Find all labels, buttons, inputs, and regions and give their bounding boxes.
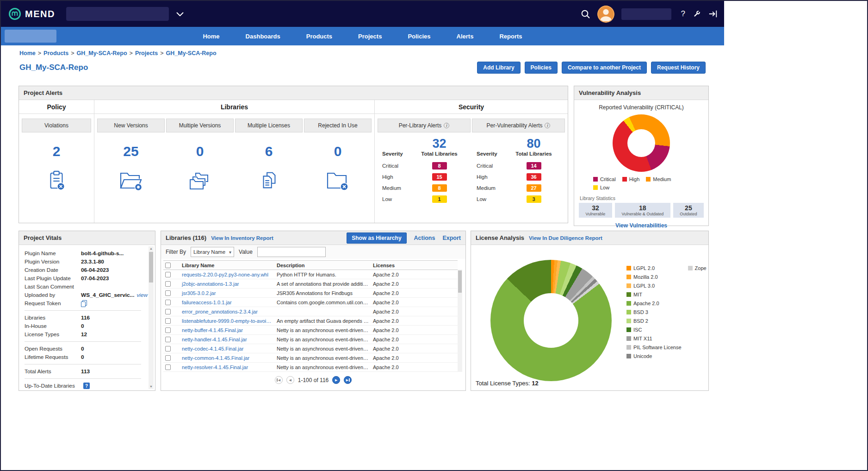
library-row[interactable]: jsr305-3.0.2.jar JSR305 Annotations for … <box>163 289 458 298</box>
row-checkbox[interactable] <box>165 318 171 324</box>
scroll-up-icon[interactable]: ▲ <box>149 246 154 251</box>
nav-item[interactable]: Dashboards <box>246 33 280 40</box>
breadcrumb-link-product[interactable]: GH_My-SCA-Repo <box>77 50 127 57</box>
library-name-link[interactable]: requests-2.20.0-py2.py3-none-any.whl <box>180 270 275 279</box>
settings-wrench-icon[interactable] <box>692 9 701 19</box>
library-row[interactable]: requests-2.20.0-py2.py3-none-any.whl Pyt… <box>163 270 458 279</box>
severity-count-badge: 3 <box>527 195 541 203</box>
row-checkbox[interactable] <box>165 355 171 361</box>
library-row[interactable]: netty-buffer-4.1.45.Final.jar Netty is a… <box>163 326 458 335</box>
legend-item: MIT X11 <box>626 336 682 341</box>
row-checkbox[interactable] <box>165 272 171 277</box>
breadcrumb-link-home[interactable]: Home <box>19 50 36 57</box>
column-header: New Versions <box>97 119 165 132</box>
library-row[interactable]: netty-handler-4.1.45.Final.jar Netty is … <box>163 335 458 344</box>
info-icon[interactable]: i <box>444 123 449 128</box>
row-checkbox[interactable] <box>165 364 171 370</box>
view-due-diligence-link[interactable]: View In Due Diligence Report <box>529 235 602 241</box>
column-header: Multiple Versions <box>166 119 234 132</box>
table-scrollbar[interactable] <box>458 270 462 372</box>
severity-header: Severity <box>477 151 502 160</box>
nav-item[interactable]: Alerts <box>457 33 474 40</box>
page-action-button[interactable]: Compare to another Project <box>562 62 647 74</box>
nav-item[interactable]: Products <box>306 33 332 40</box>
breadcrumb-link-project[interactable]: GH_My-SCA-Repo <box>166 50 217 57</box>
scrollbar-thumb[interactable] <box>149 252 153 283</box>
legend-item: LGPL 2.0 <box>626 265 682 271</box>
org-selector-redacted[interactable] <box>66 7 169 21</box>
help-icon[interactable]: ? <box>681 9 685 19</box>
column-header-licenses[interactable]: Licenses <box>371 261 458 270</box>
select-all-checkbox[interactable] <box>165 263 171 268</box>
view-inventory-report-link[interactable]: View In Inventory Report <box>211 235 273 241</box>
actions-button[interactable]: Actions <box>414 235 435 241</box>
nav-item[interactable]: Projects <box>358 33 382 40</box>
logout-icon[interactable] <box>708 10 718 18</box>
library-licenses: Apache 2.0 <box>371 353 458 363</box>
scrollbar-thumb[interactable] <box>458 270 462 293</box>
export-button[interactable]: Export <box>442 235 461 241</box>
library-name-link[interactable]: error_prone_annotations-2.3.4.jar <box>180 307 275 316</box>
library-name-link[interactable]: failureaccess-1.0.1.jar <box>180 298 275 307</box>
library-row[interactable]: netty-codec-4.1.45.Final.jar Netty is an… <box>163 344 458 353</box>
view-link[interactable]: view <box>136 292 148 298</box>
library-description: Python HTTP for Humans. <box>275 270 371 279</box>
chevron-down-icon[interactable] <box>176 12 184 16</box>
library-row[interactable]: j2objc-annotations-1.3.jar A set of anno… <box>163 279 458 289</box>
search-icon[interactable] <box>581 9 590 19</box>
library-row[interactable]: netty-common-4.1.45.Final.jar Netty is a… <box>163 353 458 363</box>
library-name-link[interactable]: j2objc-annotations-1.3.jar <box>180 279 275 289</box>
vitals-scrollbar[interactable]: ▲ ▼ <box>149 246 154 389</box>
page-action-button[interactable]: Policies <box>525 62 558 74</box>
library-row[interactable]: listenablefuture-9999.0-empty-to-avoid-c… <box>163 316 458 326</box>
nav-item[interactable]: Reports <box>499 33 522 40</box>
mend-logo[interactable]: MEND <box>8 7 55 20</box>
legend-item: MIT <box>626 292 682 297</box>
scroll-down-icon[interactable]: ▼ <box>149 384 154 389</box>
breadcrumb-link-projects[interactable]: Projects <box>135 50 158 57</box>
library-name-link[interactable]: listenablefuture-9999.0-empty-to-avoid-c… <box>180 316 275 326</box>
row-checkbox[interactable] <box>165 309 171 314</box>
legend-swatch <box>626 336 631 341</box>
help-badge[interactable]: ? <box>83 383 90 389</box>
library-name-link[interactable]: netty-common-4.1.45.Final.jar <box>180 353 275 363</box>
last-page-button[interactable]: ▶ <box>344 376 352 384</box>
copy-icon[interactable] <box>81 300 87 307</box>
nav-item[interactable]: Policies <box>408 33 430 40</box>
avatar[interactable] <box>597 6 614 23</box>
library-name-link[interactable]: netty-buffer-4.1.45.Final.jar <box>180 326 275 335</box>
page-action-button[interactable]: Add Library <box>477 62 520 74</box>
library-name-link[interactable]: netty-codec-4.1.45.Final.jar <box>180 344 275 353</box>
library-row[interactable]: error_prone_annotations-2.3.4.jar Apache… <box>163 307 458 316</box>
row-checkbox[interactable] <box>165 327 171 333</box>
row-checkbox[interactable] <box>165 290 171 296</box>
next-page-button[interactable]: ▶ <box>332 376 340 384</box>
library-name-link[interactable]: netty-resolver-4.1.45.Final.jar <box>180 363 275 372</box>
filter-field-select[interactable]: Library Name ▾ <box>191 247 234 257</box>
first-page-button[interactable]: ◀ <box>275 376 283 384</box>
column-header-library-name[interactable]: Library Name <box>180 261 275 270</box>
row-checkbox[interactable] <box>165 346 171 352</box>
row-checkbox[interactable] <box>165 337 171 342</box>
legend-label: PIL Software License <box>633 345 682 350</box>
page-action-button[interactable]: Request History <box>651 62 706 74</box>
new-versions-column: New Versions 25 <box>97 119 165 194</box>
library-row[interactable]: failureaccess-1.0.1.jar Contains com.goo… <box>163 298 458 307</box>
group-label: Policy <box>19 100 94 114</box>
nav-item[interactable]: Home <box>203 33 219 40</box>
rejected-in-use-count: 0 <box>334 144 342 159</box>
row-checkbox[interactable] <box>165 281 171 287</box>
library-row[interactable]: netty-resolver-4.1.45.Final.jar Netty is… <box>163 363 458 372</box>
prev-page-button[interactable]: ◀ <box>286 376 294 384</box>
info-icon[interactable]: i <box>545 123 550 128</box>
library-name-link[interactable]: netty-handler-4.1.45.Final.jar <box>180 335 275 344</box>
filter-value-input[interactable] <box>257 247 326 257</box>
show-as-hierarchy-button[interactable]: Show as Hierarchy <box>347 232 406 244</box>
panel-title: Vulnerability Analysis <box>574 86 708 100</box>
view-vulnerabilities-link[interactable]: View Vulnerabilities <box>574 222 708 229</box>
panel-title: License Analysis <box>476 234 524 241</box>
row-checkbox[interactable] <box>165 300 171 305</box>
column-header-description[interactable]: Description <box>275 261 371 270</box>
breadcrumb-link-products[interactable]: Products <box>43 50 68 57</box>
library-name-link[interactable]: jsr305-3.0.2.jar <box>180 289 275 298</box>
